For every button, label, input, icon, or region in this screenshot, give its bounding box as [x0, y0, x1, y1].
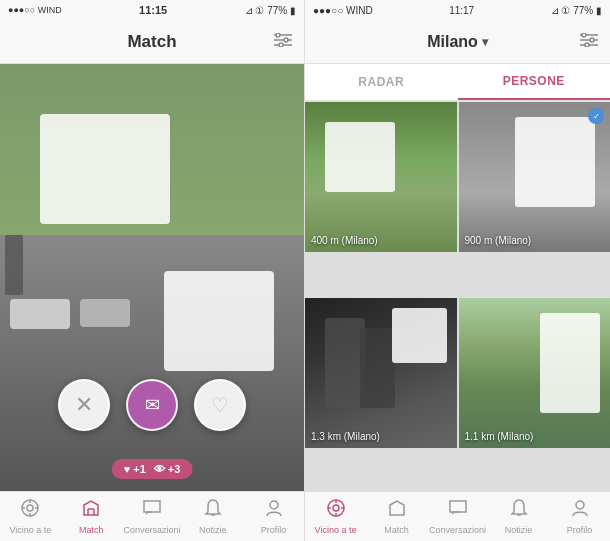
- action-buttons: ✕ ✉ ♡: [0, 379, 304, 431]
- profile-icon-right: [570, 498, 590, 523]
- svg-point-22: [585, 43, 589, 47]
- nearby-label-left: Vicino a te: [9, 525, 51, 535]
- distance-label-4: 1.1 km (Milano): [465, 431, 534, 442]
- grid-cell-3[interactable]: 1.3 km (Milano): [305, 298, 457, 448]
- svg-point-20: [582, 33, 586, 37]
- notifications-icon-left: [203, 498, 223, 523]
- face-blur-top: [40, 114, 170, 224]
- grid-cell-4[interactable]: 1.1 km (Milano): [459, 298, 611, 448]
- time-right: 11:17: [449, 5, 474, 16]
- dismiss-button[interactable]: ✕: [58, 379, 110, 431]
- nav-item-nearby-right[interactable]: Vicino a te: [305, 498, 366, 535]
- notifications-label-right: Notizie: [505, 525, 533, 535]
- right-panel: ●●●○○ WIND 11:17 ⊿ ① 77% ▮ Milano ▾ RADA…: [305, 0, 610, 541]
- nav-item-conversations-right[interactable]: Conversazioni: [427, 498, 488, 535]
- battery-left: ⊿ ① 77% ▮: [245, 5, 296, 16]
- face-blur-grid-4: [540, 313, 600, 413]
- match-icon-left: [81, 498, 101, 523]
- page-title-left: Match: [127, 32, 176, 52]
- time-left: 11:15: [139, 4, 167, 16]
- bottom-nav-right: Vicino a te Match Conversazioni Notizie …: [305, 491, 610, 541]
- match-icon-right: [387, 498, 407, 523]
- header-left: Match: [0, 20, 304, 64]
- svg-point-5: [279, 43, 283, 47]
- like-button[interactable]: ♡: [194, 379, 246, 431]
- status-bar-left: ●●●○○ WIND 11:15 ⊿ ① 77% ▮: [0, 0, 304, 20]
- filter-icon-left[interactable]: [274, 33, 292, 50]
- face-blur-grid-1: [325, 122, 395, 192]
- nav-item-conversations-left[interactable]: Conversazioni: [122, 498, 183, 535]
- nearby-icon-left: [20, 498, 40, 523]
- bottom-nav-left: Vicino a te Match Conversazioni Notizie …: [0, 491, 304, 541]
- tab-persone[interactable]: PERSONE: [458, 64, 611, 100]
- match-label-right: Match: [384, 525, 409, 535]
- signal-left: ●●●○○ WIND: [8, 5, 62, 15]
- verified-badge: ✓: [588, 108, 604, 124]
- filter-icon-right[interactable]: [580, 33, 598, 50]
- svg-point-3: [276, 33, 280, 37]
- svg-point-16: [270, 501, 278, 509]
- distance-label-2: 900 m (Milano): [465, 235, 532, 246]
- photo-area-left: ✕ ✉ ♡ ♥ +1 👁 +3: [0, 64, 304, 491]
- nav-item-notifications-right[interactable]: Notizie: [488, 498, 549, 535]
- conversations-icon-right: [448, 498, 468, 523]
- message-icon: ✉: [145, 394, 160, 416]
- nav-item-match-left[interactable]: Match: [61, 498, 122, 535]
- grid-cell-2[interactable]: ✓ 900 m (Milano): [459, 102, 611, 252]
- tab-radar[interactable]: RADAR: [305, 64, 458, 100]
- distance-label-3: 1.3 km (Milano): [311, 431, 380, 442]
- conversations-label-left: Conversazioni: [123, 525, 180, 535]
- status-bar-right: ●●●○○ WIND 11:17 ⊿ ① 77% ▮: [305, 0, 610, 20]
- conversations-label-right: Conversazioni: [429, 525, 486, 535]
- profile-label-left: Profilo: [261, 525, 287, 535]
- notifications-icon-right: [509, 498, 529, 523]
- svg-point-4: [284, 38, 288, 42]
- heart-icon: ♡: [211, 393, 229, 417]
- nearby-icon-right: [326, 498, 346, 523]
- distance-label-1: 400 m (Milano): [311, 235, 378, 246]
- views-count: 👁 +3: [154, 463, 181, 475]
- face-blur-bottom: [164, 271, 274, 371]
- conversations-icon-left: [142, 498, 162, 523]
- header-right: Milano ▾: [305, 20, 610, 64]
- photo-grid: 400 m (Milano) ✓ 900 m (Milano) 1.3 km (…: [305, 102, 610, 491]
- battery-right: ⊿ ① 77% ▮: [551, 5, 602, 16]
- svg-point-21: [590, 38, 594, 42]
- nav-item-nearby-left[interactable]: Vicino a te: [0, 498, 61, 535]
- chevron-down-icon: ▾: [482, 35, 488, 49]
- location-button[interactable]: Milano ▾: [427, 33, 488, 51]
- profile-label-right: Profilo: [567, 525, 593, 535]
- likes-count: ♥ +1: [124, 463, 146, 475]
- nav-item-match-right[interactable]: Match: [366, 498, 427, 535]
- nav-item-profile-left[interactable]: Profilo: [243, 498, 304, 535]
- face-blur-grid-3: [392, 308, 447, 363]
- left-panel: ●●●○○ WIND 11:15 ⊿ ① 77% ▮ Match ✕: [0, 0, 305, 541]
- tabs-right: RADAR PERSONE: [305, 64, 610, 102]
- location-text: Milano: [427, 33, 478, 51]
- notifications-label-left: Notizie: [199, 525, 227, 535]
- svg-point-24: [333, 505, 339, 511]
- nearby-label-right: Vicino a te: [315, 525, 357, 535]
- nav-item-profile-right[interactable]: Profilo: [549, 498, 610, 535]
- grid-cell-1[interactable]: 400 m (Milano): [305, 102, 457, 252]
- svg-point-30: [576, 501, 584, 509]
- signal-right: ●●●○○ WIND: [313, 5, 373, 16]
- face-blur-grid-2: [515, 117, 595, 207]
- nav-item-notifications-left[interactable]: Notizie: [182, 498, 243, 535]
- svg-point-7: [27, 505, 33, 511]
- likes-bar: ♥ +1 👁 +3: [112, 459, 193, 479]
- match-label-left: Match: [79, 525, 104, 535]
- profile-icon-left: [264, 498, 284, 523]
- dismiss-icon: ✕: [75, 392, 93, 418]
- message-button[interactable]: ✉: [126, 379, 178, 431]
